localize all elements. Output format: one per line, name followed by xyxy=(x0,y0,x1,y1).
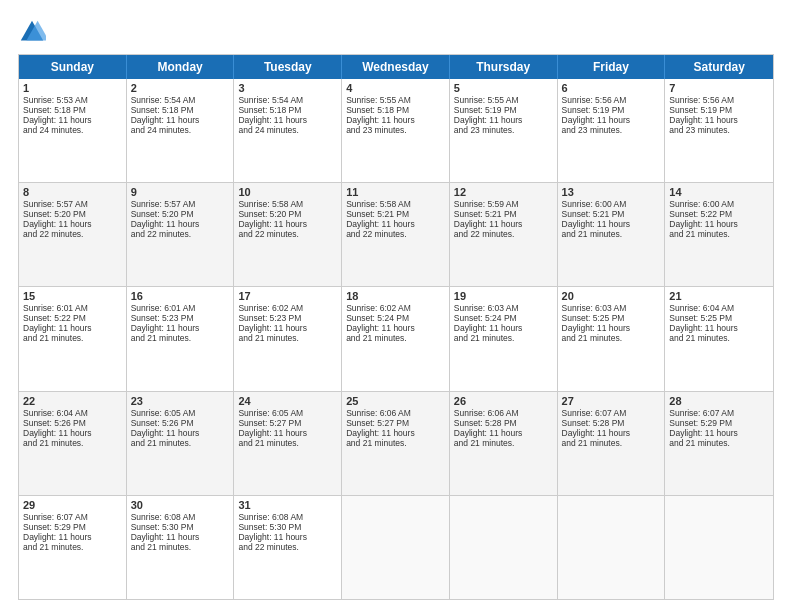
calendar-day-10: 10Sunrise: 5:58 AMSunset: 5:20 PMDayligh… xyxy=(234,183,342,286)
day-info-line: and 21 minutes. xyxy=(562,229,661,239)
calendar-week-4: 22Sunrise: 6:04 AMSunset: 5:26 PMDayligh… xyxy=(19,391,773,495)
calendar-day-6: 6Sunrise: 5:56 AMSunset: 5:19 PMDaylight… xyxy=(558,79,666,182)
day-info-line: Sunrise: 6:02 AM xyxy=(346,303,445,313)
calendar-week-2: 8Sunrise: 5:57 AMSunset: 5:20 PMDaylight… xyxy=(19,182,773,286)
day-info-line: Sunset: 5:24 PM xyxy=(454,313,553,323)
day-info-line: and 22 minutes. xyxy=(131,229,230,239)
day-info-line: Sunrise: 5:59 AM xyxy=(454,199,553,209)
calendar-day-27: 27Sunrise: 6:07 AMSunset: 5:28 PMDayligh… xyxy=(558,392,666,495)
day-info-line: Sunrise: 6:07 AM xyxy=(23,512,122,522)
day-info-line: Sunset: 5:21 PM xyxy=(346,209,445,219)
day-number: 5 xyxy=(454,82,553,94)
day-number: 31 xyxy=(238,499,337,511)
day-info-line: Sunrise: 5:55 AM xyxy=(454,95,553,105)
calendar-day-12: 12Sunrise: 5:59 AMSunset: 5:21 PMDayligh… xyxy=(450,183,558,286)
day-info-line: Daylight: 11 hours xyxy=(23,428,122,438)
day-info-line: Sunset: 5:19 PM xyxy=(454,105,553,115)
day-number: 30 xyxy=(131,499,230,511)
empty-cell xyxy=(342,496,450,599)
day-info-line: Sunset: 5:25 PM xyxy=(669,313,769,323)
calendar-week-1: 1Sunrise: 5:53 AMSunset: 5:18 PMDaylight… xyxy=(19,79,773,182)
calendar-day-30: 30Sunrise: 6:08 AMSunset: 5:30 PMDayligh… xyxy=(127,496,235,599)
day-info-line: and 21 minutes. xyxy=(23,333,122,343)
day-number: 14 xyxy=(669,186,769,198)
day-info-line: Sunrise: 6:08 AM xyxy=(131,512,230,522)
day-number: 24 xyxy=(238,395,337,407)
calendar-week-5: 29Sunrise: 6:07 AMSunset: 5:29 PMDayligh… xyxy=(19,495,773,599)
day-number: 23 xyxy=(131,395,230,407)
day-info-line: and 21 minutes. xyxy=(238,438,337,448)
day-info-line: and 23 minutes. xyxy=(346,125,445,135)
day-number: 13 xyxy=(562,186,661,198)
day-info-line: Sunset: 5:19 PM xyxy=(562,105,661,115)
day-info-line: Sunset: 5:26 PM xyxy=(23,418,122,428)
calendar-day-29: 29Sunrise: 6:07 AMSunset: 5:29 PMDayligh… xyxy=(19,496,127,599)
day-header-sunday: Sunday xyxy=(19,55,127,79)
day-info-line: Daylight: 11 hours xyxy=(238,532,337,542)
day-info-line: Daylight: 11 hours xyxy=(23,219,122,229)
calendar-day-26: 26Sunrise: 6:06 AMSunset: 5:28 PMDayligh… xyxy=(450,392,558,495)
day-info-line: Daylight: 11 hours xyxy=(346,115,445,125)
day-info-line: Daylight: 11 hours xyxy=(669,428,769,438)
day-number: 28 xyxy=(669,395,769,407)
day-info-line: Daylight: 11 hours xyxy=(238,219,337,229)
day-info-line: Daylight: 11 hours xyxy=(131,115,230,125)
day-info-line: Sunset: 5:22 PM xyxy=(669,209,769,219)
day-info-line: and 24 minutes. xyxy=(23,125,122,135)
day-number: 16 xyxy=(131,290,230,302)
day-info-line: and 21 minutes. xyxy=(131,333,230,343)
day-info-line: Sunrise: 5:58 AM xyxy=(346,199,445,209)
calendar-day-5: 5Sunrise: 5:55 AMSunset: 5:19 PMDaylight… xyxy=(450,79,558,182)
day-info-line: Daylight: 11 hours xyxy=(131,323,230,333)
page: SundayMondayTuesdayWednesdayThursdayFrid… xyxy=(0,0,792,612)
calendar-day-19: 19Sunrise: 6:03 AMSunset: 5:24 PMDayligh… xyxy=(450,287,558,390)
day-header-saturday: Saturday xyxy=(665,55,773,79)
day-info-line: Daylight: 11 hours xyxy=(238,115,337,125)
calendar-day-31: 31Sunrise: 6:08 AMSunset: 5:30 PMDayligh… xyxy=(234,496,342,599)
day-info-line: Sunset: 5:23 PM xyxy=(238,313,337,323)
day-info-line: Sunrise: 6:06 AM xyxy=(454,408,553,418)
day-info-line: and 21 minutes. xyxy=(346,438,445,448)
day-info-line: and 24 minutes. xyxy=(131,125,230,135)
empty-cell xyxy=(558,496,666,599)
day-info-line: Sunrise: 6:01 AM xyxy=(23,303,122,313)
calendar-day-28: 28Sunrise: 6:07 AMSunset: 5:29 PMDayligh… xyxy=(665,392,773,495)
day-info-line: Sunset: 5:18 PM xyxy=(131,105,230,115)
day-info-line: Sunrise: 5:57 AM xyxy=(23,199,122,209)
day-info-line: and 21 minutes. xyxy=(669,229,769,239)
day-info-line: Sunset: 5:28 PM xyxy=(562,418,661,428)
day-info-line: Sunrise: 6:00 AM xyxy=(562,199,661,209)
calendar-day-13: 13Sunrise: 6:00 AMSunset: 5:21 PMDayligh… xyxy=(558,183,666,286)
day-info-line: Daylight: 11 hours xyxy=(562,428,661,438)
day-info-line: Daylight: 11 hours xyxy=(562,219,661,229)
day-info-line: Sunrise: 5:54 AM xyxy=(131,95,230,105)
calendar-day-7: 7Sunrise: 5:56 AMSunset: 5:19 PMDaylight… xyxy=(665,79,773,182)
header xyxy=(18,18,774,46)
day-info-line: Sunrise: 6:04 AM xyxy=(669,303,769,313)
day-info-line: Sunset: 5:30 PM xyxy=(131,522,230,532)
day-info-line: Daylight: 11 hours xyxy=(23,115,122,125)
calendar-day-16: 16Sunrise: 6:01 AMSunset: 5:23 PMDayligh… xyxy=(127,287,235,390)
day-info-line: and 21 minutes. xyxy=(23,438,122,448)
day-number: 12 xyxy=(454,186,553,198)
calendar-day-1: 1Sunrise: 5:53 AMSunset: 5:18 PMDaylight… xyxy=(19,79,127,182)
day-info-line: and 22 minutes. xyxy=(238,542,337,552)
calendar-body: 1Sunrise: 5:53 AMSunset: 5:18 PMDaylight… xyxy=(19,79,773,599)
day-info-line: Sunset: 5:21 PM xyxy=(454,209,553,219)
day-header-monday: Monday xyxy=(127,55,235,79)
day-info-line: Daylight: 11 hours xyxy=(346,428,445,438)
day-info-line: and 21 minutes. xyxy=(23,542,122,552)
day-info-line: and 24 minutes. xyxy=(238,125,337,135)
day-info-line: and 22 minutes. xyxy=(23,229,122,239)
calendar-day-3: 3Sunrise: 5:54 AMSunset: 5:18 PMDaylight… xyxy=(234,79,342,182)
day-info-line: Sunset: 5:27 PM xyxy=(238,418,337,428)
day-info-line: Daylight: 11 hours xyxy=(669,115,769,125)
day-info-line: Daylight: 11 hours xyxy=(454,115,553,125)
day-info-line: Daylight: 11 hours xyxy=(454,219,553,229)
calendar-day-24: 24Sunrise: 6:05 AMSunset: 5:27 PMDayligh… xyxy=(234,392,342,495)
day-info-line: Sunset: 5:30 PM xyxy=(238,522,337,532)
calendar-day-23: 23Sunrise: 6:05 AMSunset: 5:26 PMDayligh… xyxy=(127,392,235,495)
calendar-day-20: 20Sunrise: 6:03 AMSunset: 5:25 PMDayligh… xyxy=(558,287,666,390)
calendar-day-25: 25Sunrise: 6:06 AMSunset: 5:27 PMDayligh… xyxy=(342,392,450,495)
day-info-line: Sunset: 5:26 PM xyxy=(131,418,230,428)
